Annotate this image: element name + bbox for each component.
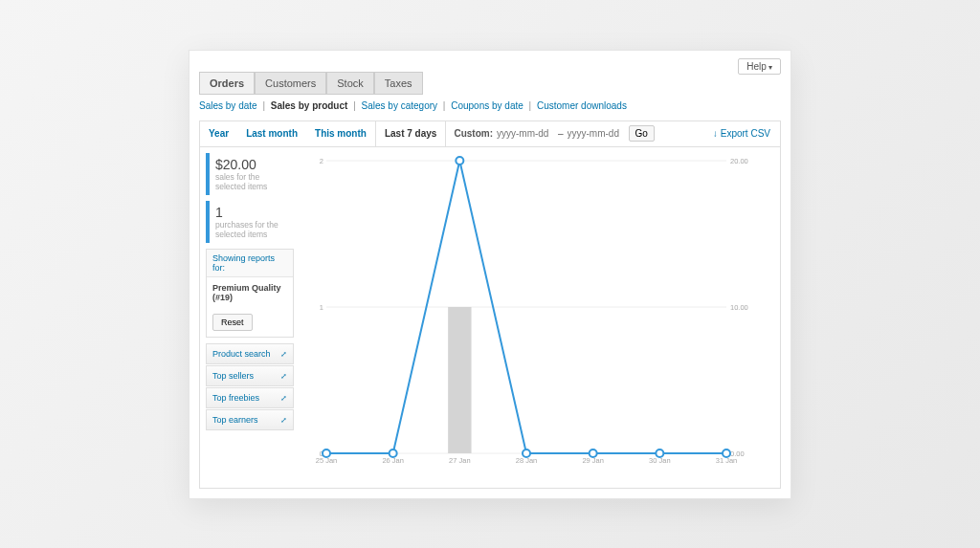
subnav-sales-by-date[interactable]: Sales by date (199, 100, 257, 111)
expand-icon: ⤢ (280, 416, 287, 425)
svg-rect-9 (448, 307, 471, 453)
tab-taxes[interactable]: Taxes (374, 72, 423, 95)
date-to-input[interactable] (568, 128, 625, 139)
expand-icon: ⤢ (280, 350, 287, 359)
acc-top-freebies-label: Top freebies (212, 393, 259, 403)
range-last-month[interactable]: Last month (237, 121, 306, 146)
svg-text:26 Jan: 26 Jan (382, 456, 404, 465)
export-csv-link[interactable]: ↓ Export CSV (703, 128, 780, 139)
stat-purchases-label: purchases for the selected items (215, 220, 288, 239)
subnav-coupons-by-date[interactable]: Coupons by date (451, 100, 523, 111)
svg-text:31 Jan: 31 Jan (716, 456, 738, 465)
range-this-month[interactable]: This month (306, 121, 375, 146)
acc-product-search-label: Product search (212, 349, 271, 359)
custom-label: Custom: (454, 128, 493, 139)
stat-sales-value: $20.00 (215, 157, 288, 172)
svg-text:20.00: 20.00 (730, 157, 748, 165)
sales-chart: 0120.0010.0020.0025 Jan26 Jan27 Jan28 Ja… (300, 147, 780, 488)
stat-sales-label: sales for the selected items (215, 172, 288, 191)
stat-purchases-count[interactable]: 1 purchases for the selected items (206, 201, 294, 243)
expand-icon: ⤢ (280, 372, 287, 381)
acc-top-earners-label: Top earners (212, 415, 258, 425)
range-year[interactable]: Year (200, 121, 237, 146)
download-icon: ↓ (713, 128, 718, 139)
acc-top-earners[interactable]: Top earners ⤢ (206, 409, 294, 430)
date-range-bar: Year Last month This month Last 7 days C… (199, 121, 781, 147)
reset-button[interactable]: Reset (212, 314, 253, 331)
tab-orders[interactable]: Orders (199, 72, 255, 95)
report-sidebar: $20.00 sales for the selected items 1 pu… (200, 147, 300, 488)
help-button[interactable]: Help (738, 58, 781, 75)
svg-text:2: 2 (320, 157, 323, 165)
svg-point-12 (456, 157, 463, 164)
svg-text:27 Jan: 27 Jan (449, 456, 471, 465)
sidebar-accordion: Product search ⤢ Top sellers ⤢ Top freeb… (206, 343, 294, 430)
range-custom: Custom: – Go (446, 125, 661, 142)
subnav-customer-downloads[interactable]: Customer downloads (537, 100, 627, 111)
acc-product-search[interactable]: Product search ⤢ (206, 343, 294, 364)
showing-reports-box: Showing reports for: Premium Quality (#1… (206, 249, 294, 338)
expand-icon: ⤢ (280, 394, 287, 403)
report-type-tabs: Orders Customers Stock Taxes (189, 51, 791, 95)
stat-purchases-value: 1 (215, 205, 288, 220)
stat-sales-amount[interactable]: $20.00 sales for the selected items (206, 153, 294, 195)
svg-text:28 Jan: 28 Jan (516, 456, 538, 465)
go-button[interactable]: Go (629, 125, 655, 142)
svg-text:30 Jan: 30 Jan (649, 456, 671, 465)
svg-text:29 Jan: 29 Jan (582, 456, 604, 465)
acc-top-sellers-label: Top sellers (212, 371, 254, 381)
svg-text:25 Jan: 25 Jan (316, 456, 338, 465)
acc-top-freebies[interactable]: Top freebies ⤢ (206, 387, 294, 408)
svg-text:1: 1 (320, 303, 323, 312)
subnav-sales-by-category[interactable]: Sales by category (362, 100, 438, 111)
subnav-sales-by-product[interactable]: Sales by product (271, 100, 348, 111)
tab-stock[interactable]: Stock (326, 72, 374, 95)
range-last-7-days[interactable]: Last 7 days (375, 121, 446, 146)
date-from-input[interactable] (497, 128, 554, 139)
svg-text:10.00: 10.00 (730, 303, 748, 312)
acc-top-sellers[interactable]: Top sellers ⤢ (206, 365, 294, 386)
date-dash: – (558, 128, 564, 139)
tab-customers[interactable]: Customers (255, 72, 326, 95)
showing-product: Premium Quality (#19) (207, 277, 293, 308)
report-subnav: Sales by date | Sales by product | Sales… (189, 95, 791, 117)
showing-header: Showing reports for: (207, 250, 293, 277)
export-label: Export CSV (721, 128, 770, 139)
